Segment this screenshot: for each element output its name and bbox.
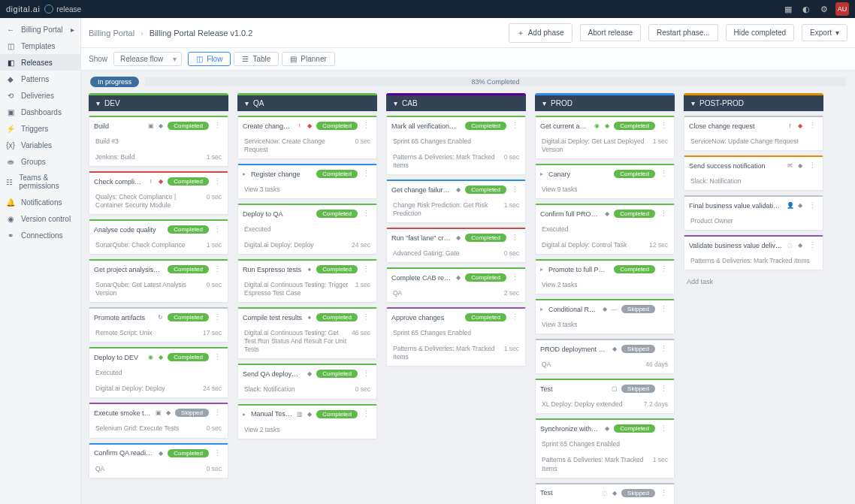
task-menu-icon[interactable]: ⋮	[361, 312, 372, 322]
task-card[interactable]: Mark all verifications and c...Completed…	[386, 116, 526, 175]
phase-header[interactable]: ▾CAB	[386, 93, 526, 111]
task-card[interactable]: Send success notification✉◆⋮Slack: Notif…	[684, 155, 823, 191]
task-menu-icon[interactable]: ⋮	[361, 369, 372, 379]
sidebar-item-templates[interactable]: ◫Templates	[0, 38, 80, 54]
phase-header[interactable]: ▾QA	[237, 93, 377, 111]
task-card[interactable]: Promote artifacts↻Completed⋮Remote Scrip…	[89, 307, 228, 343]
task-card[interactable]: Run "fast lane" criteria chec...◆Complet…	[386, 228, 526, 263]
task-card[interactable]: ▸Manual Testing▥◆Completed⋮View 2 tasks	[237, 404, 377, 439]
task-card[interactable]: PROD deployment gate◆Skipped⋮QA46 days	[535, 339, 675, 374]
view-planner-button[interactable]: ▤Planner	[282, 52, 334, 66]
export-button[interactable]: Export▾	[802, 24, 847, 41]
task-menu-icon[interactable]: ⋮	[361, 169, 372, 179]
sidebar-item-version[interactable]: ◉Version control	[0, 210, 80, 227]
task-card[interactable]: Synchronize with business ...◆Completed⋮…	[535, 418, 675, 478]
task-meta-icon: —	[610, 305, 618, 313]
task-card[interactable]: Complete CAB review◆Completed⋮QA2 sec	[386, 267, 526, 303]
phase-header[interactable]: ▾DEV	[89, 93, 228, 111]
clock-icon[interactable]: ◐	[799, 2, 813, 16]
sidebar-item-folder[interactable]: ←Billing Portal▸	[0, 21, 80, 38]
task-menu-icon[interactable]: ⋮	[212, 352, 223, 362]
task-card[interactable]: Compile test results●Completed⋮Digital.a…	[237, 307, 377, 359]
sidebar-item-releases[interactable]: ◧Releases	[0, 54, 80, 71]
task-menu-icon[interactable]: ⋮	[509, 233, 521, 243]
task-menu-icon[interactable]: ⋮	[212, 225, 223, 234]
show-select[interactable]: Release flow	[113, 52, 182, 66]
task-card[interactable]: Execute smoke testing▣◆Skipped⋮Selenium …	[89, 403, 228, 438]
task-card[interactable]: Create change request!◆Completed⋮Service…	[237, 116, 377, 159]
task-card[interactable]: Approve changesCompleted⋮Sprint 65 Chang…	[386, 307, 526, 367]
task-card[interactable]: Deploy to DEV◉◆Completed⋮ExecutedDigital…	[89, 347, 228, 398]
task-card[interactable]: ▸CanaryCompleted⋮View 9 tasks	[535, 164, 675, 199]
sidebar-item-triggers[interactable]: ⚡Triggers	[0, 120, 80, 137]
task-card[interactable]: Confirm full PROD readiness◆Completed⋮Ex…	[535, 204, 675, 255]
task-card[interactable]: Get change failure prediction◆Completed⋮…	[386, 180, 526, 223]
task-menu-icon[interactable]: ⋮	[212, 312, 223, 322]
sidebar-item-teams[interactable]: ☷Teams & permissions	[0, 170, 80, 194]
task-card[interactable]: Build▣◆Completed⋮Build #3Jenkins: Build1…	[89, 116, 228, 167]
task-menu-icon[interactable]: ⋮	[361, 121, 372, 131]
task-card[interactable]: Test◌◆Skipped⋮Webhook: Json Webhook21 se…	[535, 483, 675, 504]
user-avatar[interactable]: AU	[835, 2, 849, 16]
restart-phase-button[interactable]: Restart phase...	[648, 24, 718, 41]
task-card[interactable]: ▸Register changeCompleted⋮View 3 tasks	[237, 164, 377, 199]
task-menu-icon[interactable]: ⋮	[658, 169, 669, 179]
sidebar-item-variables[interactable]: {x}Variables	[0, 137, 80, 153]
task-card[interactable]: Send QA deployment notif...◆Completed⋮Sl…	[237, 364, 377, 399]
sidebar-item-connections[interactable]: ⚭Connections	[0, 227, 80, 243]
task-menu-icon[interactable]: ⋮	[658, 121, 669, 131]
task-menu-icon[interactable]: ⋮	[509, 185, 521, 195]
task-menu-icon[interactable]: ⋮	[807, 201, 818, 210]
task-menu-icon[interactable]: ⋮	[807, 121, 818, 131]
view-flow-button[interactable]: ◫Flow	[188, 52, 231, 66]
task-menu-icon[interactable]: ⋮	[658, 488, 669, 498]
task-menu-icon[interactable]: ⋮	[212, 408, 223, 418]
phase-header[interactable]: ▾PROD	[535, 93, 675, 111]
task-card[interactable]: Close change request!◆⋮ServiceNow: Updat…	[684, 116, 823, 151]
task-menu-icon[interactable]: ⋮	[658, 424, 669, 433]
task-card[interactable]: Get project analysis versionCompleted⋮So…	[89, 259, 228, 303]
task-menu-icon[interactable]: ⋮	[807, 240, 818, 250]
task-card[interactable]: Check compliance!◆Completed⋮Qualys: Chec…	[89, 171, 228, 215]
sidebar-item-deliveries[interactable]: ⟲Deliveries	[0, 87, 80, 104]
task-menu-icon[interactable]: ⋮	[509, 312, 521, 322]
task-menu-icon[interactable]: ⋮	[212, 177, 223, 186]
sidebar-item-dashboards[interactable]: ▣Dashboards	[0, 104, 80, 120]
task-menu-icon[interactable]: ⋮	[658, 384, 669, 394]
task-card[interactable]: Run Espresso tests●Completed⋮Digital.ai …	[237, 259, 377, 303]
task-card[interactable]: ▸Conditional Rollback◆—Skipped⋮View 3 ta…	[535, 299, 675, 334]
task-menu-icon[interactable]: ⋮	[361, 409, 372, 419]
view-table-button[interactable]: ☰Table	[234, 52, 279, 66]
task-menu-icon[interactable]: ⋮	[807, 161, 818, 171]
task-card[interactable]: Confirm QA readiness◆Completed⋮QA0 sec	[89, 443, 228, 478]
task-card[interactable]: Final business value validations👤◆⋮Produ…	[684, 195, 823, 231]
sidebar-item-patterns[interactable]: ◆Patterns	[0, 71, 80, 87]
task-menu-icon[interactable]: ⋮	[658, 344, 669, 354]
task-menu-icon[interactable]: ⋮	[658, 304, 669, 314]
sidebar-item-notifications[interactable]: 🔔Notifications	[0, 194, 80, 210]
task-menu-icon[interactable]: ⋮	[212, 264, 223, 274]
task-card[interactable]: Test▢Skipped⋮XL Deploy: Deploy extended7…	[535, 379, 675, 414]
task-menu-icon[interactable]: ⋮	[361, 264, 372, 274]
task-menu-icon[interactable]: ⋮	[212, 448, 223, 458]
phase-header[interactable]: ▾POST-PROD	[684, 93, 823, 111]
abort-release-button[interactable]: Abort release	[580, 24, 641, 41]
gear-icon[interactable]: ⚙	[817, 2, 831, 16]
task-menu-icon[interactable]: ⋮	[509, 121, 521, 131]
task-menu-icon[interactable]: ⋮	[658, 264, 669, 274]
hide-completed-button[interactable]: Hide completed	[726, 24, 794, 41]
sidebar-item-groups[interactable]: ⛂Groups	[0, 153, 80, 170]
task-card[interactable]: Deploy to QACompleted⋮ExecutedDigital.ai…	[237, 204, 377, 255]
task-menu-icon[interactable]: ⋮	[361, 209, 372, 219]
task-card[interactable]: ▸Promote to full PRODCompleted⋮View 2 ta…	[535, 259, 675, 294]
add-phase-button[interactable]: ＋Add phase	[509, 23, 573, 43]
task-menu-icon[interactable]: ⋮	[212, 121, 223, 131]
task-card[interactable]: Validate business value delivered◌◆⋮Patt…	[684, 235, 823, 270]
task-card[interactable]: Analyse code qualityCompleted⋮SonarQube:…	[89, 219, 228, 255]
task-menu-icon[interactable]: ⋮	[509, 273, 521, 282]
add-task-button[interactable]: Add task	[684, 275, 823, 288]
task-card[interactable]: Get current application v...◉◆Completed⋮…	[535, 116, 675, 159]
breadcrumb-root[interactable]: Billing Portal	[89, 29, 134, 38]
grid-icon[interactable]: ▦	[781, 2, 795, 16]
task-menu-icon[interactable]: ⋮	[658, 209, 669, 219]
